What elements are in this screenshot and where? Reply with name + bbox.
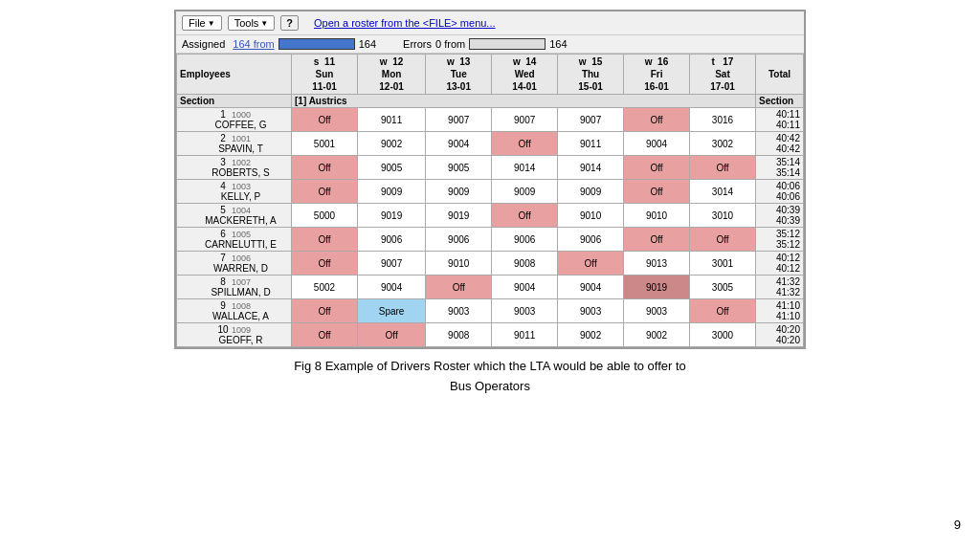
day-cell-6-0: Off: [292, 252, 358, 276]
day-cell-4-0: 5000: [292, 204, 358, 228]
employee-cell-4: 5 1004 MACKERETH, A: [177, 204, 292, 228]
day-cell-2-4: 9014: [558, 156, 624, 180]
day-cell-3-6: 3014: [689, 180, 755, 204]
employee-cell-9: 10 1009 GEOFF, R: [177, 323, 292, 347]
total-cell-3: 40:0640:06: [756, 180, 804, 204]
day-header-5: w 16Fri16-01: [624, 55, 690, 95]
errors-section: Errors 0 from 164: [403, 38, 568, 50]
day-cell-5-2: 9006: [426, 228, 492, 252]
total-cell-2: 35:1435:14: [756, 156, 804, 180]
day-cell-1-3: Off: [492, 132, 558, 156]
day-cell-5-0: Off: [292, 228, 358, 252]
day-cell-7-3: 9004: [492, 276, 558, 299]
day-cell-4-6: 3010: [689, 204, 755, 228]
assigned-label: Assigned: [182, 38, 225, 50]
day-cell-4-2: 9019: [426, 204, 492, 228]
assigned-to: 164: [359, 38, 376, 50]
day-cell-0-1: 9011: [357, 108, 425, 132]
day-cell-0-4: 9007: [558, 108, 624, 132]
day-cell-9-6: 3000: [689, 323, 755, 347]
total-cell-0: 40:1140:11: [756, 108, 804, 132]
day-cell-8-2: 9003: [426, 299, 492, 323]
total-cell-5: 35:1235:12: [756, 228, 804, 252]
day-cell-1-1: 9002: [357, 132, 425, 156]
day-header-6: t 17Sat17-01: [689, 55, 755, 95]
day-cell-6-6: 3001: [689, 252, 755, 276]
day-cell-1-4: 9011: [558, 132, 624, 156]
day-cell-6-5: 9013: [624, 252, 690, 276]
tools-menu-button[interactable]: Tools ▼: [228, 15, 276, 31]
day-cell-9-0: Off: [292, 323, 358, 347]
errors-from: 0 from: [435, 38, 465, 50]
total-header: Total: [756, 55, 804, 95]
day-cell-0-2: 9007: [426, 108, 492, 132]
day-cell-0-3: 9007: [492, 108, 558, 132]
tools-label: Tools: [234, 17, 259, 29]
employee-cell-8: 9 1008 WALLACE, A: [177, 299, 292, 323]
caption-line2: Bus Operators: [294, 377, 686, 397]
total-cell-4: 40:3940:39: [756, 204, 804, 228]
employee-cell-3: 4 1003 KELLY, P: [177, 180, 292, 204]
day-cell-4-1: 9019: [357, 204, 425, 228]
day-cell-8-3: 9003: [492, 299, 558, 323]
day-cell-4-3: Off: [492, 204, 558, 228]
open-roster-link[interactable]: Open a roster from the <FILE> menu...: [314, 17, 496, 29]
file-menu-button[interactable]: File ▼: [182, 15, 222, 31]
file-chevron: ▼: [208, 19, 215, 28]
errors-bar: [469, 38, 546, 50]
help-button[interactable]: ?: [280, 15, 299, 31]
day-header-0: s 11Sun11-01: [292, 55, 358, 95]
day-cell-6-3: 9008: [492, 252, 558, 276]
roster-table: Employees s 11Sun11-01 w 12Mon12-01 w 13…: [176, 54, 804, 347]
tools-chevron: ▼: [260, 19, 268, 28]
day-header-1: w 12Mon12-01: [357, 55, 425, 95]
day-cell-2-6: Off: [689, 156, 755, 180]
day-cell-9-3: 9011: [492, 323, 558, 347]
total-cell-1: 40:4240:42: [756, 132, 804, 156]
day-header-3: w 14Wed14-01: [492, 55, 558, 95]
section-row: Section [1] Austrics Section: [177, 95, 804, 108]
day-cell-2-3: 9014: [492, 156, 558, 180]
errors-to: 164: [549, 38, 567, 50]
employee-cell-5: 6 1005 CARNELUTTI, E: [177, 228, 292, 252]
day-cell-2-5: Off: [624, 156, 690, 180]
assigned-progress: 164 from 164: [233, 38, 376, 50]
employee-cell-6: 7 1006 WARREN, D: [177, 252, 292, 276]
day-cell-2-0: Off: [292, 156, 358, 180]
file-label: File: [189, 17, 206, 29]
day-cell-8-6: Off: [689, 299, 755, 323]
day-cell-0-6: 3016: [689, 108, 755, 132]
table-row: 10 1009 GEOFF, ROffOff900890119002900230…: [177, 323, 804, 347]
day-cell-3-2: 9009: [426, 180, 492, 204]
day-cell-2-2: 9005: [426, 156, 492, 180]
assigned-from: 164 from: [233, 38, 274, 50]
day-cell-3-0: Off: [292, 180, 358, 204]
table-row: 6 1005 CARNELUTTI, EOff9006900690069006O…: [177, 228, 804, 252]
day-cell-7-2: Off: [426, 276, 492, 299]
table-row: 7 1006 WARREN, DOff900790109008Off901330…: [177, 252, 804, 276]
day-cell-1-5: 9004: [624, 132, 690, 156]
toolbar: File ▼ Tools ▼ ? Open a roster from the …: [176, 11, 804, 35]
day-cell-5-3: 9006: [492, 228, 558, 252]
day-cell-3-1: 9009: [357, 180, 425, 204]
table-row: 2 1001 SPAVIN, T500190029004Off901190043…: [177, 132, 804, 156]
day-cell-9-1: Off: [357, 323, 425, 347]
day-cell-7-5: 9019: [624, 276, 690, 299]
errors-label: Errors: [403, 38, 432, 50]
total-cell-6: 40:1240:12: [756, 252, 804, 276]
day-cell-9-5: 9002: [624, 323, 690, 347]
table-row: 4 1003 KELLY, POff9009900990099009Off301…: [177, 180, 804, 204]
table-row: 3 1002 ROBERTS, SOff9005900590149014OffO…: [177, 156, 804, 180]
day-cell-4-4: 9010: [558, 204, 624, 228]
employee-cell-1: 2 1001 SPAVIN, T: [177, 132, 292, 156]
day-cell-5-5: Off: [624, 228, 690, 252]
app-window: File ▼ Tools ▼ ? Open a roster from the …: [174, 10, 806, 349]
employee-cell-0: 1 1000 COFFEE, G: [177, 108, 292, 132]
day-cell-3-3: 9009: [492, 180, 558, 204]
day-cell-5-1: 9006: [357, 228, 425, 252]
assigned-bar: [278, 38, 355, 50]
total-cell-8: 41:1041:10: [756, 299, 804, 323]
employee-cell-2: 3 1002 ROBERTS, S: [177, 156, 292, 180]
day-cell-8-5: 9003: [624, 299, 690, 323]
day-cell-1-0: 5001: [292, 132, 358, 156]
